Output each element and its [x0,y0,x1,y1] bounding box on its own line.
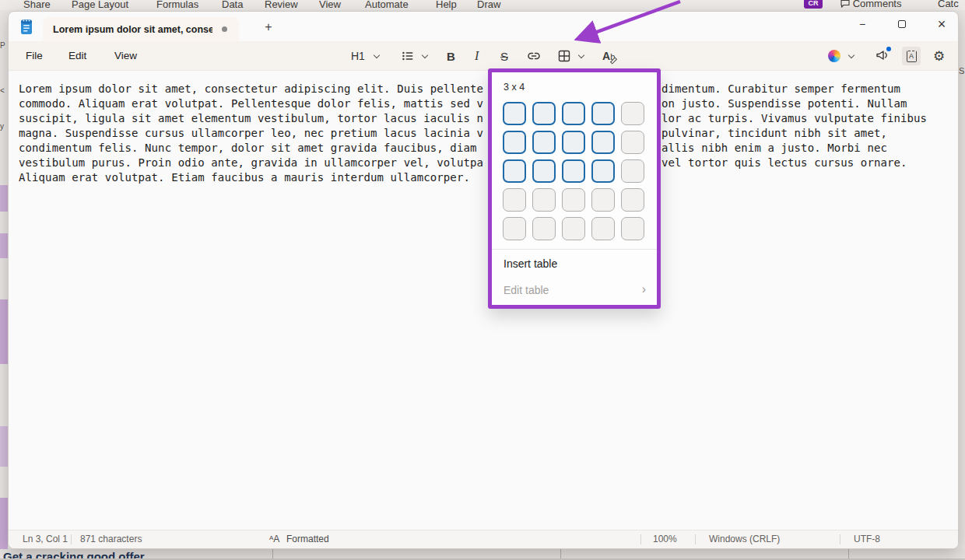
grid-cell-1x3[interactable] [562,102,585,125]
new-tab-button[interactable]: + [259,18,278,37]
minimize-button[interactable]: − [845,12,879,37]
menu-view[interactable]: View [111,48,140,63]
menu-file[interactable]: File [23,48,46,63]
bg-comments-button: Comments [840,0,901,9]
table-button[interactable] [557,47,571,65]
copilot-dropdown-chevron[interactable] [849,47,854,65]
grid-cell-3x2[interactable] [532,159,556,183]
edge-letter: P [0,41,5,50]
avatar: CR [804,0,823,9]
grid-cell-3x5[interactable] [621,159,644,183]
bold-button[interactable]: B [447,47,455,65]
table-picker-panel: 3 x 4 Insert table Edit table › [492,72,657,305]
grid-cell-3x4[interactable] [591,159,615,183]
chevron-down-icon [578,51,584,58]
grid-cell-1x2[interactable] [532,102,556,125]
line-ending[interactable]: Windows (CRLF) [709,534,780,544]
grid-cell-3x3[interactable] [562,159,585,183]
edge-letter: < [0,86,5,95]
grid-cell-1x5[interactable] [621,102,644,125]
table-icon [557,49,571,63]
status-divider [695,534,696,544]
italic-button[interactable]: I [475,47,479,65]
close-button[interactable]: × [925,12,959,37]
status-bar: Ln 3, Col 1 871 characters AA Formatted … [9,530,959,548]
link-icon [526,49,542,63]
formatted-icon: AA [269,534,279,544]
background-left-sliver: P < y t [0,10,8,549]
copilot-button[interactable] [828,47,840,65]
picker-divider [492,249,657,250]
boxed-a-icon: A [907,51,917,62]
grid-cell-5x1[interactable] [503,217,526,240]
edit-table-item: Edit table [504,284,549,296]
bullet-list-icon [402,50,414,62]
grid-cell-4x2[interactable] [532,188,556,212]
tab-bar: Lorem ipsum dolor sit amet, conse + − × [9,12,958,41]
list-button[interactable] [402,47,414,65]
insert-table-item[interactable]: Insert table [504,257,557,270]
table-size-grid[interactable] [503,102,644,240]
clear-formatting-icon: Ab [602,50,615,62]
grid-cell-5x5[interactable] [621,217,644,240]
grid-cell-5x2[interactable] [532,217,556,240]
list-dropdown-chevron[interactable] [423,47,427,65]
grid-cell-2x1[interactable] [503,131,526,154]
background-right-sliver: S [959,10,965,549]
minimize-icon: − [859,18,865,30]
clear-formatting-button[interactable]: Ab [602,47,615,65]
grid-cell-2x4[interactable] [591,131,615,154]
italic-icon: I [475,49,479,63]
grid-cell-3x1[interactable] [503,159,526,183]
rewrite-button[interactable]: A [902,47,921,65]
tab-title: Lorem ipsum dolor sit amet, conse [53,24,212,35]
heading-dropdown-chevron[interactable] [374,47,379,65]
link-button[interactable] [526,47,542,65]
strikethrough-icon: S [500,50,508,63]
encoding[interactable]: UTF-8 [854,534,880,544]
bg-catchup-button: Catc [938,0,959,9]
grid-cell-4x4[interactable] [591,188,615,212]
bg-grid-line [560,549,561,560]
toolbar: File Edit View H1 B I S [9,41,958,71]
document-tab[interactable]: Lorem ipsum dolor sit amet, conse [43,17,239,41]
notepad-window: Lorem ipsum dolor sit amet, conse + − × … [8,11,959,549]
maximize-icon [898,20,906,28]
chevron-down-icon [848,51,854,58]
cursor-position: Ln 3, Col 1 [23,534,68,544]
table-picker-dropdown: 3 x 4 Insert table Edit table › [488,68,661,309]
heading-style-button[interactable]: H1 [351,47,365,65]
grid-cell-1x1[interactable] [503,102,526,125]
maximize-button[interactable] [885,12,919,37]
grid-cell-5x3[interactable] [562,217,585,240]
menu-edit[interactable]: Edit [65,48,89,63]
zoom-level[interactable]: 100% [653,534,677,544]
grid-cell-4x1[interactable] [503,188,526,212]
table-dimension-label: 3 x 4 [504,82,525,93]
chevron-down-icon [374,51,380,58]
settings-button[interactable]: ⚙ [933,47,945,65]
bg-link-text: Get a cracking good offer [3,550,145,560]
gear-icon: ⚙ [933,48,945,64]
text-editor[interactable]: Lorem ipsum dolor sit amet, consectetur … [9,71,959,531]
grid-cell-5x4[interactable] [591,217,615,240]
grid-cell-4x5[interactable] [621,188,644,212]
megaphone-icon [875,48,890,65]
grid-cell-2x3[interactable] [562,131,585,154]
bg-menu-share: Share [23,0,51,10]
grid-cell-2x5[interactable] [621,131,644,154]
bg-menu-formulas: Formulas [156,0,198,10]
grid-cell-1x4[interactable] [591,102,615,125]
chevron-down-icon [422,51,428,58]
table-dropdown-chevron[interactable] [579,47,584,65]
bg-menu-help: Help [436,0,457,10]
grid-cell-4x3[interactable] [562,188,585,212]
bold-icon: B [447,50,455,63]
formatted-indicator[interactable]: AA Formatted [269,534,329,544]
strikethrough-button[interactable]: S [500,47,508,65]
bg-menu-view: View [319,0,341,10]
notification-dot [886,47,891,51]
feedback-button[interactable] [875,47,890,65]
bg-cell-block [0,426,8,467]
grid-cell-2x2[interactable] [532,131,556,154]
